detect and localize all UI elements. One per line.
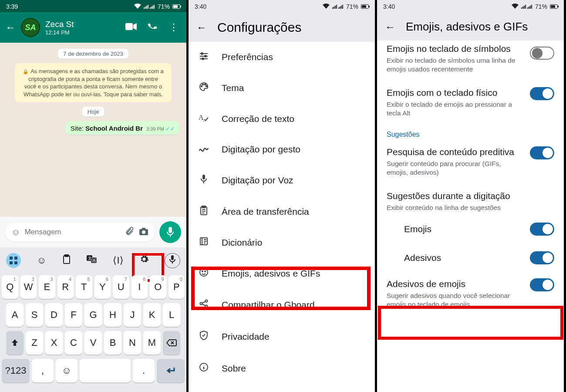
key-a[interactable]: A bbox=[6, 303, 24, 327]
settings-item-about[interactable]: Sobre bbox=[189, 353, 375, 384]
video-call-icon[interactable] bbox=[125, 22, 137, 33]
key-d[interactable]: D bbox=[45, 303, 63, 327]
keyboard[interactable]: Q1W2E3R4T5Y6U7I8O9P0 ASDFGHJKL ZXCVBNM ?… bbox=[0, 274, 186, 392]
key-j[interactable]: J bbox=[124, 303, 141, 327]
settings-item-preferences[interactable]: Preferências bbox=[189, 42, 375, 72]
keyboard-clipboard-icon[interactable] bbox=[62, 254, 71, 267]
key-v[interactable]: V bbox=[84, 331, 102, 355]
keyboard-settings-icon[interactable] bbox=[139, 254, 149, 267]
key-backspace[interactable] bbox=[163, 331, 180, 355]
settings-item-theme[interactable]: Tema bbox=[189, 72, 375, 104]
key-enter[interactable] bbox=[157, 359, 185, 382]
setting-physical-keyboard-emojis[interactable]: Emojis com o teclado físico Exibir o tec… bbox=[387, 81, 554, 125]
key-p[interactable]: P0 bbox=[168, 275, 185, 299]
setting-predictive-search[interactable]: Pesquisa de conteúdo preditiva Sugerir c… bbox=[387, 140, 554, 184]
key-g[interactable]: G bbox=[84, 303, 102, 327]
key-u[interactable]: U7 bbox=[113, 275, 129, 299]
back-arrow-icon[interactable]: ← bbox=[196, 21, 207, 34]
key-q[interactable]: Q1 bbox=[2, 275, 18, 299]
camera-icon[interactable] bbox=[138, 226, 149, 238]
outgoing-message[interactable]: Site: School Android Br 3:39 PM ✓✓ bbox=[65, 121, 179, 135]
message-input-container[interactable]: ☺ bbox=[5, 223, 155, 242]
emoji-settings-title: Emojis, adesivos e GIFs bbox=[406, 20, 528, 34]
status-right: 71% bbox=[512, 3, 558, 10]
toggle-predictive-search[interactable] bbox=[530, 146, 554, 159]
setting-symbols-keyboard-emojis[interactable]: Emojis no teclado de símbolos Exibir no … bbox=[387, 41, 554, 81]
message-meta: 3:39 PM ✓✓ bbox=[146, 125, 175, 132]
keyboard-mic-icon[interactable] bbox=[165, 253, 180, 268]
emoji-picker-icon[interactable]: ☺ bbox=[11, 227, 20, 237]
setting-suggestion-stickers[interactable]: Adesivos bbox=[387, 243, 554, 272]
key-l[interactable]: L bbox=[163, 303, 180, 327]
svg-point-16 bbox=[202, 58, 204, 60]
setting-typing-suggestions[interactable]: Sugestões durante a digitação Exibir con… bbox=[387, 184, 554, 215]
key-comma[interactable]: , bbox=[32, 359, 54, 382]
key-period[interactable]: . bbox=[133, 359, 155, 382]
key-n[interactable]: N bbox=[124, 331, 141, 355]
message-input[interactable] bbox=[24, 228, 120, 237]
voice-message-button[interactable] bbox=[159, 221, 181, 243]
back-arrow-icon[interactable]: ← bbox=[5, 21, 16, 34]
settings-item-dictionary[interactable]: Dicionário bbox=[189, 227, 375, 258]
settings-item-share-gboard[interactable]: Compartilhar o Gboard bbox=[189, 289, 375, 321]
key-z[interactable]: Z bbox=[26, 331, 43, 355]
key-m[interactable]: M bbox=[143, 331, 161, 355]
back-arrow-icon[interactable]: ← bbox=[385, 21, 395, 33]
setting-emoji-stickers[interactable]: Adesivos de emojis Sugerir adesivos quan… bbox=[387, 272, 554, 316]
contact-avatar[interactable]: SA bbox=[21, 18, 40, 37]
toggle-symbols-emojis[interactable] bbox=[530, 47, 554, 60]
key-b[interactable]: B bbox=[104, 331, 121, 355]
key-i[interactable]: I8 bbox=[131, 275, 148, 299]
svg-point-14 bbox=[201, 53, 203, 54]
settings-item-text-correction[interactable]: ACorreção de texto bbox=[189, 104, 375, 134]
keyboard-translate-icon[interactable]: 文A bbox=[87, 254, 97, 267]
encryption-notice[interactable]: 🔒As mensagens e as chamadas são protegid… bbox=[15, 63, 172, 102]
settings-item-label: Digitação por gesto bbox=[222, 144, 300, 155]
settings-item-privacy[interactable]: Privacidade bbox=[189, 321, 375, 353]
svg-text:A: A bbox=[199, 114, 204, 121]
key-o[interactable]: O9 bbox=[150, 275, 166, 299]
keyboard-grid-icon[interactable] bbox=[6, 253, 21, 268]
chat-body[interactable]: 7 de dezembro de 2023 🔒As mensagens e as… bbox=[0, 43, 186, 217]
svg-text:文: 文 bbox=[88, 256, 92, 260]
svg-text:A: A bbox=[93, 258, 95, 263]
more-menu-icon[interactable]: ⋮ bbox=[169, 22, 179, 33]
key-x[interactable]: X bbox=[45, 331, 63, 355]
settings-item-emojis-stickers-gifs[interactable]: Emojis, adesivos e GIFs bbox=[189, 258, 375, 289]
key-k[interactable]: K bbox=[143, 303, 161, 327]
theme-icon bbox=[198, 82, 209, 94]
toggle-emoji-stickers[interactable] bbox=[530, 278, 554, 291]
keyboard-cursor-icon[interactable]: ⟨I⟩ bbox=[113, 255, 123, 266]
settings-item-label: Dicionário bbox=[222, 237, 262, 248]
voice-call-icon[interactable] bbox=[146, 20, 159, 35]
key-emoji[interactable]: ☺ bbox=[56, 359, 77, 382]
settings-item-clipboard[interactable]: Área de transferência bbox=[189, 196, 375, 227]
key-w[interactable]: W2 bbox=[20, 275, 37, 299]
key-f[interactable]: F bbox=[65, 303, 82, 327]
chat-header[interactable]: ← SA Zeca St 12:14 PM ⋮ bbox=[0, 12, 186, 43]
key-e[interactable]: E3 bbox=[39, 275, 55, 299]
setting-suggestion-emojis[interactable]: Emojis bbox=[387, 215, 554, 243]
svg-point-18 bbox=[202, 84, 204, 85]
key-c[interactable]: C bbox=[65, 331, 82, 355]
settings-item-gesture-typing[interactable]: Digitação por gesto bbox=[189, 134, 375, 165]
key-s[interactable]: S bbox=[26, 303, 43, 327]
settings-item-voice-typing[interactable]: Digitação por Voz bbox=[189, 165, 375, 196]
svg-rect-24 bbox=[202, 206, 206, 208]
key-symbols[interactable]: ?123 bbox=[2, 359, 30, 382]
key-shift[interactable] bbox=[6, 331, 24, 355]
status-bar: 3:39 71% bbox=[0, 0, 186, 12]
contact-title-block[interactable]: Zeca St 12:14 PM bbox=[45, 20, 120, 36]
key-space[interactable] bbox=[80, 359, 131, 382]
toggle-suggestion-stickers[interactable] bbox=[530, 251, 554, 264]
toggle-physical-emojis[interactable] bbox=[530, 87, 554, 100]
svg-rect-8 bbox=[65, 254, 68, 257]
key-h[interactable]: H bbox=[104, 303, 121, 327]
key-r[interactable]: R4 bbox=[57, 275, 74, 299]
key-y[interactable]: Y6 bbox=[94, 275, 111, 299]
emoji-settings-body[interactable]: Emojis no teclado de símbolos Exibir no … bbox=[377, 41, 564, 316]
attach-icon[interactable] bbox=[125, 226, 134, 238]
keyboard-emoji-icon[interactable]: ☺ bbox=[37, 255, 46, 266]
toggle-suggestion-emojis[interactable] bbox=[530, 223, 554, 236]
key-t[interactable]: T5 bbox=[76, 275, 92, 299]
